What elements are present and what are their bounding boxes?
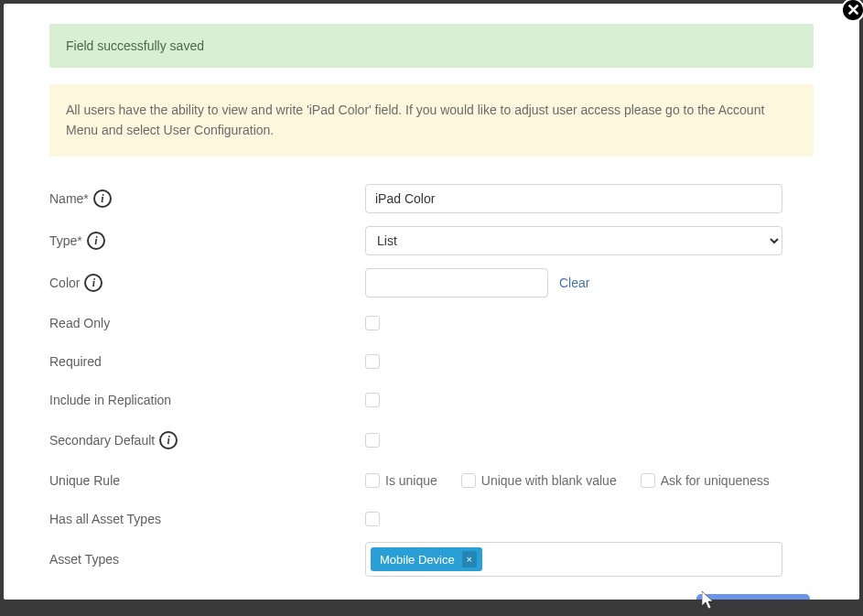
is-unique-checkbox[interactable] bbox=[365, 473, 380, 488]
ask-uniqueness-option[interactable]: Ask for uniqueness bbox=[641, 473, 770, 488]
secondary-default-checkbox[interactable] bbox=[365, 433, 380, 448]
unique-blank-checkbox[interactable] bbox=[461, 473, 476, 488]
asset-types-label: Asset Types bbox=[49, 552, 119, 567]
color-input[interactable] bbox=[365, 268, 548, 297]
has-all-asset-types-label: Has all Asset Types bbox=[49, 512, 161, 526]
field-editor-modal: Field successfully saved All users have … bbox=[4, 4, 859, 600]
color-label: Color bbox=[49, 276, 80, 290]
has-all-asset-types-checkbox[interactable] bbox=[365, 512, 380, 526]
save-and-close-button[interactable]: Save and Close bbox=[696, 594, 810, 600]
name-label: Name* bbox=[49, 191, 89, 206]
unique-rule-label: Unique Rule bbox=[49, 473, 120, 488]
remove-tag-button[interactable]: × bbox=[462, 551, 477, 567]
readonly-checkbox[interactable] bbox=[365, 316, 380, 330]
include-replication-label: Include in Replication bbox=[49, 393, 171, 407]
is-unique-option[interactable]: Is unique bbox=[365, 473, 437, 488]
clear-color-link[interactable]: Clear bbox=[559, 276, 589, 290]
is-unique-text: Is unique bbox=[385, 473, 437, 488]
info-icon[interactable]: i bbox=[93, 189, 112, 208]
asset-type-tag: Mobile Device × bbox=[371, 547, 482, 571]
required-label: Required bbox=[49, 354, 102, 369]
asset-types-input[interactable]: Mobile Device × bbox=[365, 542, 782, 577]
unique-blank-text: Unique with blank value bbox=[481, 473, 617, 488]
required-checkbox[interactable] bbox=[365, 354, 380, 369]
close-icon: ✕ bbox=[847, 0, 860, 20]
include-replication-checkbox[interactable] bbox=[365, 393, 380, 407]
close-button[interactable]: ✕ bbox=[841, 0, 863, 22]
asset-type-tag-label: Mobile Device bbox=[380, 553, 455, 567]
secondary-default-label: Secondary Default bbox=[49, 433, 155, 448]
readonly-label: Read Only bbox=[49, 316, 110, 330]
ask-uniqueness-checkbox[interactable] bbox=[641, 473, 655, 488]
type-label: Type* bbox=[49, 233, 82, 248]
ask-uniqueness-text: Ask for uniqueness bbox=[661, 473, 770, 488]
warning-alert: All users have the ability to view and w… bbox=[49, 84, 814, 157]
info-icon[interactable]: i bbox=[84, 274, 102, 292]
unique-blank-option[interactable]: Unique with blank value bbox=[461, 473, 617, 488]
info-icon[interactable]: i bbox=[87, 232, 105, 250]
name-input[interactable] bbox=[365, 184, 782, 213]
success-alert: Field successfully saved bbox=[49, 24, 814, 68]
type-select[interactable]: List bbox=[365, 226, 782, 255]
info-icon[interactable]: i bbox=[159, 431, 178, 449]
